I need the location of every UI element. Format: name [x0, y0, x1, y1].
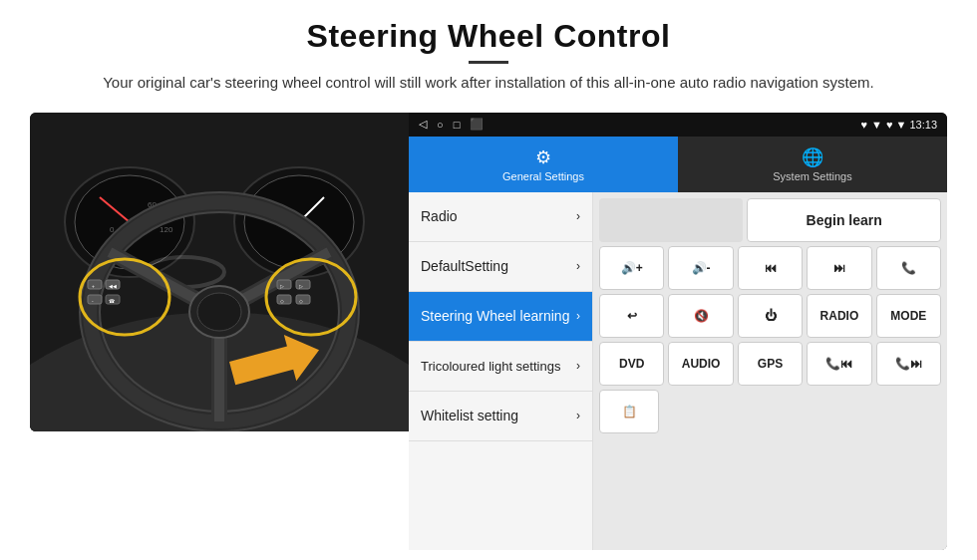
time-display: ♥ ▼ 13:13: [886, 119, 937, 131]
list-icon: 📋: [622, 405, 637, 419]
control-row-4: DVD AUDIO GPS 📞⏮ 📞⏭: [599, 342, 941, 386]
tab-system-label: System Settings: [773, 170, 851, 182]
chevron-icon-tricoloured: ›: [576, 359, 580, 373]
screenshot-icon[interactable]: ⬛: [470, 118, 484, 131]
tab-general-settings[interactable]: ⚙ General Settings: [409, 137, 678, 192]
status-bar-nav: ◁ ○ □ ⬛: [419, 118, 484, 131]
signal-icon: ▼: [871, 119, 882, 131]
page-wrapper: Steering Wheel Control Your original car…: [0, 0, 977, 560]
mute-icon: 🔇: [694, 309, 709, 323]
home-icon[interactable]: ○: [437, 119, 444, 131]
volume-down-icon: 🔊-: [692, 261, 711, 275]
control-row-5: 📋: [599, 390, 941, 433]
sidebar-item-defaultsetting[interactable]: DefaultSetting ›: [409, 242, 592, 292]
phone-prev-icon: 📞⏮: [825, 357, 852, 371]
tab-general-label: General Settings: [502, 170, 584, 182]
empty-slot-1: [599, 198, 743, 242]
dvd-button[interactable]: DVD: [599, 342, 664, 386]
back-button[interactable]: ↩: [599, 294, 664, 338]
control-row-1: Begin learn: [599, 198, 941, 242]
sidebar-item-tricoloured[interactable]: Tricoloured light settings ›: [409, 342, 592, 392]
content-area: 0 60 120 200: [30, 113, 947, 551]
power-button[interactable]: ⏻: [738, 294, 803, 338]
svg-text:120: 120: [160, 225, 173, 234]
subtitle: Your original car's steering wheel contr…: [103, 72, 874, 95]
volume-up-button[interactable]: 🔊+: [599, 246, 664, 290]
control-row-2: 🔊+ 🔊- ⏮ ⏭ 📞: [599, 246, 941, 290]
volume-down-button[interactable]: 🔊-: [668, 246, 733, 290]
tab-bar: ⚙ General Settings 🌐 System Settings: [409, 137, 947, 192]
main-content: Radio › DefaultSetting › Steering Wheel …: [409, 192, 947, 551]
page-title: Steering Wheel Control: [103, 18, 874, 55]
back-call-icon: ↩: [627, 309, 637, 323]
sidebar-item-radio[interactable]: Radio ›: [409, 192, 592, 242]
list-button[interactable]: 📋: [599, 390, 659, 433]
svg-text:☎: ☎: [109, 298, 115, 304]
volume-up-icon: 🔊+: [621, 261, 643, 275]
next-track-button[interactable]: ⏭: [807, 246, 871, 290]
recents-icon[interactable]: □: [454, 119, 461, 131]
svg-text:+: +: [92, 283, 95, 289]
svg-rect-28: [88, 295, 102, 304]
power-icon: ⏻: [765, 309, 777, 323]
control-panel: Begin learn 🔊+ 🔊- ⏮: [593, 192, 947, 551]
status-bar: ◁ ○ □ ⬛ ♥ ▼ ♥ ▼ 13:13: [409, 113, 947, 137]
begin-learn-button[interactable]: Begin learn: [747, 198, 941, 242]
control-row-3: ↩ 🔇 ⏻ RADIO MODE: [599, 294, 941, 338]
mode-button[interactable]: MODE: [876, 294, 941, 338]
phone-button[interactable]: 📞: [876, 246, 941, 290]
system-settings-icon: 🌐: [802, 146, 823, 168]
svg-text:◀◀: ◀◀: [109, 283, 117, 289]
general-settings-icon: ⚙: [535, 146, 551, 168]
chevron-icon-radio: ›: [576, 209, 580, 223]
title-divider: [469, 61, 508, 64]
phone-icon: 📞: [901, 261, 916, 275]
sidebar-item-whitelist[interactable]: Whitelist setting ›: [409, 392, 592, 441]
android-panel: ◁ ○ □ ⬛ ♥ ▼ ♥ ▼ 13:13 ⚙ General Settings: [409, 113, 947, 551]
mute-button[interactable]: 🔇: [668, 294, 733, 338]
svg-rect-26: [88, 280, 102, 289]
audio-button[interactable]: AUDIO: [668, 342, 733, 386]
prev-icon: ⏮: [765, 261, 777, 275]
chevron-icon-default: ›: [576, 259, 580, 273]
location-icon: ♥: [861, 119, 868, 131]
phone-next-button[interactable]: 📞⏭: [876, 342, 941, 386]
phone-next-icon: 📞⏭: [895, 357, 922, 371]
svg-point-23: [197, 293, 241, 331]
sidebar: Radio › DefaultSetting › Steering Wheel …: [409, 192, 593, 551]
svg-text:◇: ◇: [299, 298, 303, 304]
phone-prev-button[interactable]: 📞⏮: [807, 342, 871, 386]
back-icon[interactable]: ◁: [419, 118, 427, 131]
svg-text:▷: ▷: [299, 283, 303, 289]
tab-system-settings[interactable]: 🌐 System Settings: [678, 137, 947, 192]
radio-button[interactable]: RADIO: [807, 294, 871, 338]
status-bar-info: ♥ ▼ ♥ ▼ 13:13: [861, 119, 937, 131]
chevron-icon-whitelist: ›: [576, 409, 580, 422]
prev-track-button[interactable]: ⏮: [738, 246, 803, 290]
title-section: Steering Wheel Control Your original car…: [103, 18, 874, 95]
svg-text:◇: ◇: [280, 298, 284, 304]
sidebar-item-steering-wheel[interactable]: Steering Wheel learning ›: [409, 292, 592, 342]
steering-wheel-image: 0 60 120 200: [30, 113, 409, 431]
svg-text:▷: ▷: [280, 283, 284, 289]
gps-button[interactable]: GPS: [738, 342, 803, 386]
next-icon: ⏭: [833, 261, 845, 275]
chevron-icon-steering: ›: [576, 309, 580, 323]
